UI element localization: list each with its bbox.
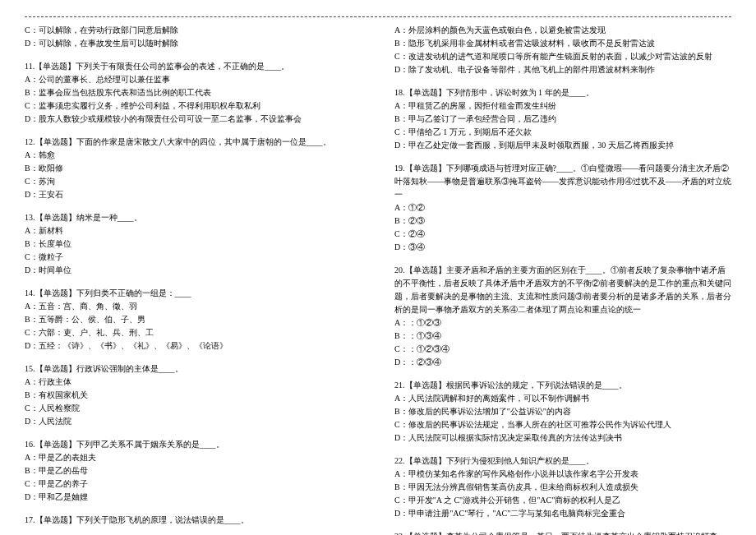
question-21: 21.【单选题】根据民事诉讼法的规定，下列说法错误的是____。 A：人民法院调… — [394, 379, 731, 445]
option-text: D：甲申请注册"AC"琴行，"AC"二字与某知名电脑商标完全重合 — [394, 507, 731, 520]
right-column: A：外层涂料的颜色为天蓝色或银白色，以避免被雷达发现 B：隐形飞机采用非金属材料… — [394, 24, 731, 535]
question-stem: 15.【单选题】行政诉讼强制的主体是____。 — [25, 362, 362, 376]
option-text: B：监事会应当包括股东代表和适当比例的职工代表 — [25, 86, 362, 99]
option-text: D：王安石 — [25, 188, 362, 201]
question-17: 17.【单选题】下列关于隐形飞机的原理，说法错误的是____。 — [25, 514, 362, 527]
question-11: 11.【单选题】下列关于有限责任公司的监事会的表述，不正确的是____。 A：公… — [25, 60, 362, 126]
question-stem: 18.【单选题】下列情形中，诉讼时效为 1 年的是____。 — [394, 86, 731, 99]
option-text: C：可以解除，在劳动行政部门同意后解除 — [25, 24, 362, 37]
option-text: C：六部：吏、户、礼、兵、刑、工 — [25, 326, 362, 339]
option-text: C：修改后的民事诉讼法规定，当事人所在的社区可推荐公民作为诉讼代理人 — [394, 418, 731, 431]
option-text: D：除了发动机、电子设备等部件，其他飞机上的部件用透波材料来制作 — [394, 63, 731, 76]
question-stem: 22.【单选题】下列行为侵犯到他人知识产权的是____。 — [394, 454, 731, 468]
option-text: A：韩愈 — [25, 149, 362, 162]
left-column: C：可以解除，在劳动行政部门同意后解除 D：可以解除，在事故发生后可以随时解除 … — [25, 24, 362, 535]
question-20: 20.【单选题】主要矛盾和矛盾的主要方面的区别在于____。①前者反映了复杂事物… — [394, 264, 731, 369]
option-text: A：甲是乙的表姐夫 — [25, 451, 362, 464]
question-stem: 12.【单选题】下面的作家是唐宋散文八大家中的四位，其中属于唐朝的一位是____… — [25, 136, 362, 149]
question-16: 16.【单选题】下列甲乙关系不属于姻亲关系的是____。 A：甲是乙的表姐夫 B… — [25, 438, 362, 504]
question-18: 18.【单选题】下列情形中，诉讼时效为 1 年的是____。 A：甲租赁乙的房屋… — [394, 86, 731, 152]
option-text: B：隐形飞机采用非金属材料或者雷达吸波材料，吸收而不是反射雷达波 — [394, 37, 731, 50]
question-12: 12.【单选题】下面的作家是唐宋散文八大家中的四位，其中属于唐朝的一位是____… — [25, 136, 362, 201]
option-text: D：时间单位 — [25, 264, 362, 277]
option-text: A：外层涂料的颜色为天蓝色或银白色，以避免被雷达发现 — [394, 24, 731, 37]
option-text: D：甲在乙处定做一套西服，到期后甲未及时领取西服，30 天后乙将西服卖掉 — [394, 139, 731, 152]
option-text: A：新材料 — [25, 224, 362, 238]
option-text: D：人民法院 — [25, 415, 362, 428]
option-text: D：③④ — [394, 241, 731, 254]
option-text: A：人民法院调解和好的离婚案件，可以不制作调解书 — [394, 392, 731, 405]
question-stem: 14.【单选题】下列归类不正确的一组是：____ — [25, 287, 362, 300]
option-text: D：人民法院可以根据实际情况决定采取传真的方法传达判决书 — [394, 431, 731, 445]
question-stem: 21.【单选题】根据民事诉讼法的规定，下列说法错误的是____。 — [394, 379, 731, 392]
option-text: B：修改后的民事诉讼法增加了"公益诉讼"的内容 — [394, 405, 731, 418]
q17-options: A：外层涂料的颜色为天蓝色或银白色，以避免被雷达发现 B：隐形飞机采用非金属材料… — [394, 24, 731, 76]
option-text: C：微粒子 — [25, 251, 362, 264]
option-text: A：：①②③ — [394, 316, 731, 330]
option-text: D：五经：《诗》、《书》、《礼》、《易》、《论语》 — [25, 339, 362, 353]
option-text: B：欧阳修 — [25, 162, 362, 175]
option-text: C：甲是乙的养子 — [25, 477, 362, 491]
option-text: C：人民检察院 — [25, 402, 362, 415]
question-13: 13.【单选题】纳米是一种____。 A：新材料 B：长度单位 C：微粒子 D：… — [25, 211, 362, 277]
option-text: B：甲因无法分辨真假销售某高仿皮具，但未给商标权利人造成损失 — [394, 481, 731, 494]
question-23: 23.【单选题】李某为公司仓库保管员。某日，两歹徒为逼李某交出仓库钥匙而持刀追打… — [394, 530, 731, 535]
question-19: 19.【单选题】下列哪项成语与哲理对应正确?____。①白璧微瑕——看问题要分清… — [394, 162, 731, 254]
question-stem: 17.【单选题】下列关于隐形飞机的原理，说法错误的是____。 — [25, 514, 362, 527]
option-text: A：甲模仿某知名作家的写作风格创作小说并以该作家名字公开发表 — [394, 468, 731, 481]
option-text: D：股东人数较少或规模较小的有限责任公司可设一至二名监事，不设监事会 — [25, 113, 362, 126]
option-text: B：：①③④ — [394, 330, 731, 343]
option-text: C：改进发动机的进气道和尾喷口等所有能产生镜面反射的表面，以减少对雷达波的反射 — [394, 50, 731, 63]
option-text: C：监事须忠实履行义务，维护公司利益，不得利用职权牟取私利 — [25, 99, 362, 113]
option-text: C：：①②③④ — [394, 343, 731, 356]
question-15: 15.【单选题】行政诉讼强制的主体是____。 A：行政主体 B：有权国家机关 … — [25, 362, 362, 428]
question-stem: 13.【单选题】纳米是一种____。 — [25, 211, 362, 224]
question-14: 14.【单选题】下列归类不正确的一组是：____ A：五音：宫、商、角、徵、羽 … — [25, 287, 362, 353]
option-text: A：行政主体 — [25, 376, 362, 389]
option-text: A：五音：宫、商、角、徵、羽 — [25, 300, 362, 313]
option-text: B：甲与乙签订了一承包经营合同，后乙违约 — [394, 113, 731, 126]
q-top-options: C：可以解除，在劳动行政部门同意后解除 D：可以解除，在事故发生后可以随时解除 — [25, 24, 362, 50]
question-stem: 11.【单选题】下列关于有限责任公司的监事会的表述，不正确的是____。 — [25, 60, 362, 73]
option-text: B：②③ — [394, 214, 731, 228]
option-text: C：甲借给乙 1 万元，到期后不还欠款 — [394, 126, 731, 139]
option-text: A：①② — [394, 201, 731, 214]
question-stem: 23.【单选题】李某为公司仓库保管员。某日，两歹徒为逼李某交出仓库钥匙而持刀追打… — [394, 530, 731, 535]
question-stem: 16.【单选题】下列甲乙关系不属于姻亲关系的是____。 — [25, 438, 362, 451]
option-text: C：苏洵 — [25, 175, 362, 188]
option-text: C：甲开发"A 之 C"游戏并公开销售，但"AC"商标的权利人是乙 — [394, 494, 731, 507]
option-text: D：甲和乙是妯娌 — [25, 491, 362, 504]
question-22: 22.【单选题】下列行为侵犯到他人知识产权的是____。 A：甲模仿某知名作家的… — [394, 454, 731, 520]
question-stem: 19.【单选题】下列哪项成语与哲理对应正确?____。①白璧微瑕——看问题要分清… — [394, 162, 731, 201]
option-text: A：公司的董事长、总经理可以兼任监事 — [25, 73, 362, 86]
option-text: A：甲租赁乙的房屋，因拒付租金而发生纠纷 — [394, 99, 731, 113]
option-text: D：可以解除，在事故发生后可以随时解除 — [25, 37, 362, 50]
option-text: B：有权国家机关 — [25, 389, 362, 402]
option-text: C：②④ — [394, 228, 731, 241]
option-text: D：：②③④ — [394, 356, 731, 369]
option-text: B：五等爵：公、侯、伯、子、男 — [25, 313, 362, 326]
option-text: B：甲是乙的岳母 — [25, 464, 362, 477]
option-text: B：长度单位 — [25, 238, 362, 251]
question-stem: 20.【单选题】主要矛盾和矛盾的主要方面的区别在于____。①前者反映了复杂事物… — [394, 264, 731, 316]
